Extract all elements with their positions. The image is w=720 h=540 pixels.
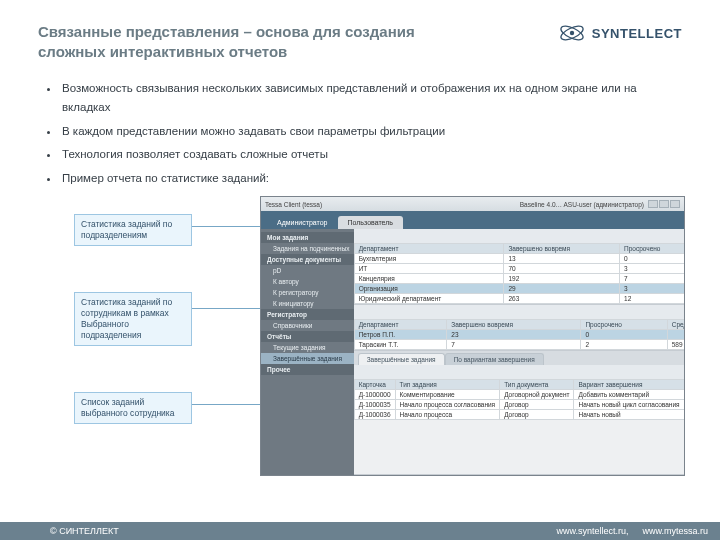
column-header[interactable]: Завершено вовремя [504, 244, 620, 254]
sidebar-item[interactable]: К автору [261, 276, 354, 287]
cell: 7 [447, 340, 581, 350]
table-row[interactable]: Организация293233 [354, 284, 684, 294]
footer-url: www.mytessa.ru [642, 526, 708, 536]
status-text: Baseline 4.0… ASU-user (администратор) [520, 201, 644, 208]
cell: Канцелярия [354, 274, 504, 284]
sidebar-item[interactable]: Прочее [261, 364, 354, 375]
table-row[interactable]: Тараскин Т.Т.725899 [354, 340, 684, 350]
cell: 29 [504, 284, 620, 294]
cell: Бухгалтерия [354, 254, 504, 264]
sidebar-item[interactable]: Задания на подчиненных [261, 243, 354, 254]
sidebar-item[interactable]: pD [261, 265, 354, 276]
subtab-byexec[interactable]: По вариантам завершения [445, 353, 544, 365]
grid-tasks[interactable]: КарточкаТип заданияТип документаВариант … [354, 379, 684, 420]
callout-tasks: Список заданий выбранного сотрудника [74, 392, 192, 424]
cell: Д-1000036 [354, 410, 395, 420]
sidebar: Мои заданияЗадания на подчиненныхДоступн… [261, 229, 354, 475]
subtab-done[interactable]: Завершённые задания [358, 353, 445, 365]
svg-point-2 [570, 31, 574, 35]
cell: 0 [620, 254, 684, 264]
footer-url: www.syntellect.ru, [556, 526, 628, 536]
column-header[interactable]: Вариант завершения [574, 380, 684, 390]
column-header[interactable]: Тип документа [500, 380, 574, 390]
cell: 3 [620, 264, 684, 274]
cell: 589 [667, 340, 684, 350]
bullet-item: Технология позволяет создавать сложные о… [60, 145, 682, 165]
brand-name: SYNTELLECT [592, 26, 682, 41]
cell: Организация [354, 284, 504, 294]
sidebar-item[interactable]: Справочники [261, 320, 354, 331]
grid-employees[interactable]: ДепартаментЗавершено вовремяПросроченоСр… [354, 319, 684, 350]
column-header[interactable]: Департамент [354, 320, 447, 330]
column-header[interactable]: Карточка [354, 380, 395, 390]
brand-logo: SYNTELLECT [558, 22, 682, 44]
sidebar-item[interactable]: К регистратору [261, 287, 354, 298]
cell: Начать новый цикл согласования [574, 400, 684, 410]
column-header[interactable]: Средняя задержка (ч) [667, 320, 684, 330]
copyright: © СИНТЕЛЛЕКТ [50, 526, 119, 536]
cell: 263 [504, 294, 620, 304]
cell: Договор [500, 410, 574, 420]
cell [667, 330, 684, 340]
bullet-item: Возможность связывания нескольких зависи… [60, 79, 682, 118]
table-row[interactable]: Бухгалтерия130013 [354, 254, 684, 264]
cell: Начало процесса [395, 410, 500, 420]
cell: 13 [504, 254, 620, 264]
column-header[interactable]: Просрочено [620, 244, 684, 254]
panel1-toolbar: ▾ ⟳ ◀ 1 ▶ [354, 229, 684, 243]
tab-user[interactable]: Пользователь [338, 216, 403, 229]
grid-departments[interactable]: ДепартаментЗавершено вовремяПросроченоСр… [354, 243, 684, 304]
cell: 0 [581, 330, 667, 340]
cell: Договор [500, 400, 574, 410]
cell: 2 [581, 340, 667, 350]
slide-footer: © СИНТЕЛЛЕКТ www.syntellect.ru, www.myte… [0, 522, 720, 540]
table-row[interactable]: Д-1000035Начало процесса согласованияДог… [354, 400, 684, 410]
orbit-icon [558, 22, 586, 44]
sidebar-item[interactable]: Завершённые задания [261, 353, 354, 364]
table-row[interactable]: Петров П.П.23023 [354, 330, 684, 340]
column-header[interactable]: Тип задания [395, 380, 500, 390]
sidebar-item[interactable]: К инициатору [261, 298, 354, 309]
cell: Петров П.П. [354, 330, 447, 340]
table-row[interactable]: Д-1000000КомментированиеДоговорной докум… [354, 390, 684, 400]
cell: Д-1000000 [354, 390, 395, 400]
column-header[interactable]: Завершено вовремя [447, 320, 581, 330]
window-title: Tessa Client (tessa) [265, 201, 322, 208]
cell: 23 [447, 330, 581, 340]
column-header[interactable]: Просрочено [581, 320, 667, 330]
app-window: Tessa Client (tessa) Baseline 4.0… ASU-u… [260, 196, 685, 476]
panel2-toolbar: ▾ ⟳ ◀ 1 ▶ [354, 305, 684, 319]
column-header[interactable]: Департамент [354, 244, 504, 254]
bullet-item: Пример отчета по статистике заданий: [60, 169, 682, 189]
main-tabs: Администратор Пользователь [261, 211, 684, 229]
sidebar-item[interactable]: Отчёты [261, 331, 354, 342]
sidebar-item[interactable]: Текущие задания [261, 342, 354, 353]
callout-employees: Статистика заданий по сотрудникам в рамк… [74, 292, 192, 346]
cell: 192 [504, 274, 620, 284]
sub-tabs: Завершённые задания По вариантам заверше… [354, 351, 684, 365]
cell: Комментирование [395, 390, 500, 400]
bullet-item: В каждом представлении можно задавать св… [60, 122, 682, 142]
table-row[interactable]: Юридический департамент26312280275 [354, 294, 684, 304]
table-row[interactable]: Д-1000036Начало процессаДоговорНачать но… [354, 410, 684, 420]
cell: 12 [620, 294, 684, 304]
bullet-list: Возможность связывания нескольких зависи… [0, 73, 720, 189]
cell: ИТ [354, 264, 504, 274]
table-row[interactable]: Канцелярия1927156157 [354, 274, 684, 284]
table-row[interactable]: ИТ703333 [354, 264, 684, 274]
cell: Начать новый [574, 410, 684, 420]
sidebar-item[interactable]: Регистратор [261, 309, 354, 320]
panel3-toolbar: ▾ ⟳ ◀ 1 ▶ [354, 365, 684, 379]
cell: Начало процесса согласования [395, 400, 500, 410]
cell: 7 [620, 274, 684, 284]
cell: Добавить комментарий [574, 390, 684, 400]
cell: 3 [620, 284, 684, 294]
window-buttons[interactable] [648, 200, 680, 208]
sidebar-item[interactable]: Доступные документы [261, 254, 354, 265]
tab-admin[interactable]: Администратор [267, 216, 338, 229]
page-title: Связанные представления – основа для соз… [38, 22, 478, 63]
sidebar-item[interactable]: Мои задания [261, 232, 354, 243]
window-titlebar: Tessa Client (tessa) Baseline 4.0… ASU-u… [261, 197, 684, 211]
cell: 70 [504, 264, 620, 274]
cell: Д-1000035 [354, 400, 395, 410]
